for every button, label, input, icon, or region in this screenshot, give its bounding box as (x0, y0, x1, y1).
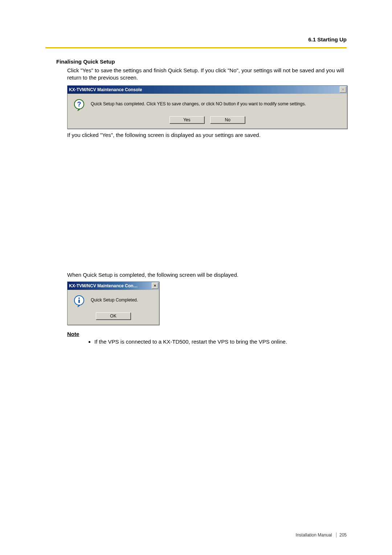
footer-doc: Installation Manual (296, 532, 332, 538)
completed-dialog: KX-TVM/NCV Maintenance Con… × Quick Setu… (67, 281, 159, 325)
note-list: If the VPS is connected to a KX-TD500, r… (80, 339, 347, 345)
svg-point-3 (78, 297, 80, 299)
note-heading: Note (67, 331, 347, 337)
progress-screenshot-placeholder (45, 138, 347, 269)
page-footer: Installation Manual 205 (296, 532, 347, 538)
close-icon[interactable]: × (152, 283, 158, 289)
intro-text: Click "Yes" to save the settings and fin… (67, 67, 347, 82)
close-icon[interactable]: × (340, 86, 346, 93)
yes-button[interactable]: Yes (170, 116, 204, 123)
footer-page: 205 (339, 532, 347, 538)
svg-rect-4 (78, 300, 80, 303)
dialog-title: KX-TVM/NCV Maintenance Console (69, 87, 142, 92)
note-item: If the VPS is connected to a KX-TD500, r… (94, 339, 347, 345)
header-rule (45, 47, 347, 48)
dialog-titlebar: KX-TVM/NCV Maintenance Console × (68, 86, 347, 94)
dialog-titlebar: KX-TVM/NCV Maintenance Con… × (68, 282, 159, 290)
dialog-title: KX-TVM/NCV Maintenance Con… (69, 283, 138, 288)
question-icon: ? (73, 99, 86, 111)
svg-text:?: ? (77, 101, 81, 108)
dialog-message: Quick Setup Completed. (91, 295, 138, 303)
dialog-message: Quick Setup has completed. Click YES to … (91, 99, 306, 107)
info-icon (73, 295, 86, 307)
ok-button[interactable]: OK (96, 312, 131, 320)
no-button[interactable]: No (210, 116, 245, 123)
section-header: 6.1 Starting Up (45, 36, 347, 42)
confirm-dialog: KX-TVM/NCV Maintenance Console × ? Quick… (67, 85, 347, 129)
subsection-heading: Finalising Quick Setup (56, 58, 347, 65)
after-text-2: When Quick Setup is completed, the follo… (67, 272, 347, 278)
after-text-1: If you clicked "Yes", the following scre… (67, 132, 347, 138)
